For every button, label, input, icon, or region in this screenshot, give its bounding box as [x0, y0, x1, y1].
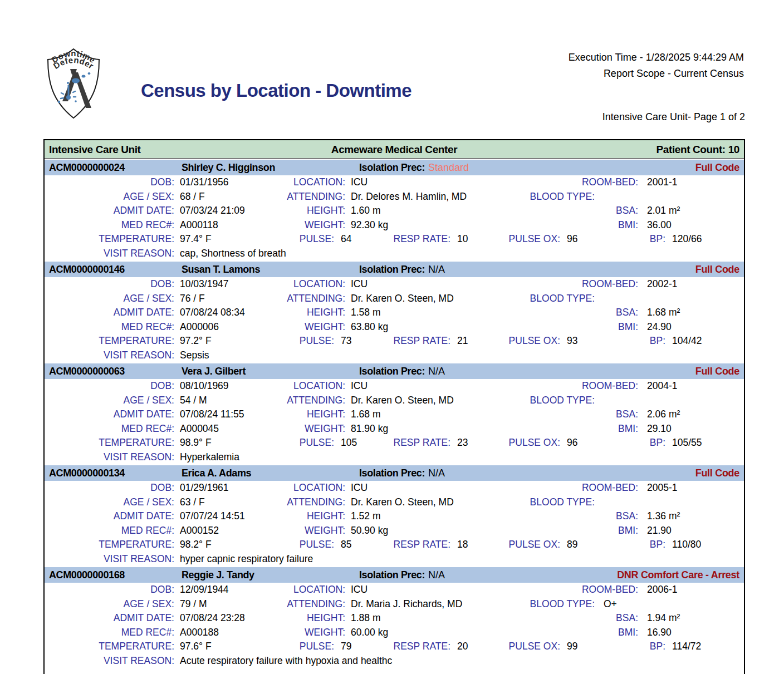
bp-label: BP: [590, 436, 665, 450]
location-value: ICU [351, 481, 367, 495]
blood-type-label: BLOOD TYPE: [483, 393, 595, 408]
age-sex-label: AGE / SEX: [45, 597, 174, 612]
pulse-value: 85 [341, 538, 351, 552]
detail-row: DOB:10/03/1947 LOCATION:ICU ROOM-BED:200… [45, 277, 744, 292]
patient-header-row: ACM0000000134 Erica A. Adams Isolation P… [45, 464, 744, 481]
pulse-label: PULSE: [245, 639, 334, 654]
resp-rate-value: 18 [457, 538, 468, 552]
isolation-value: N/A [428, 569, 445, 580]
detail-row: ADMIT DATE:07/08/24 11:55 HEIGHT:1.68 m … [45, 407, 744, 422]
attending-value: Dr. Delores M. Hamlin, MD [351, 190, 467, 204]
attending-value: Dr. Maria J. Richards, MD [351, 597, 462, 612]
pulse-ox-value: 89 [567, 538, 577, 552]
code-status: Full Code [695, 160, 739, 176]
visit-reason-label: VISIT REASON: [45, 247, 174, 261]
temperature-value: 98.2° F [180, 538, 212, 552]
isolation-label: Isolation Prec: [359, 468, 425, 479]
isolation-value: N/A [428, 366, 445, 377]
bmi-value: 21.90 [647, 524, 672, 538]
pulse-value: 64 [341, 232, 351, 247]
attending-value: Dr. Karen O. Steen, MD [351, 393, 454, 408]
detail-row: AGE / SEX:79 / M ATTENDING:Dr. Maria J. … [45, 597, 744, 612]
visit-reason-label: VISIT REASON: [45, 450, 174, 465]
weight-label: WEIGHT: [212, 422, 345, 436]
bp-value: 110/80 [672, 538, 701, 552]
room-bed-value: 2002-1 [647, 277, 678, 292]
med-rec-label: MED REC#: [45, 626, 174, 640]
detail-row: AGE / SEX:54 / M ATTENDING:Dr. Karen O. … [45, 393, 744, 408]
temperature-label: TEMPERATURE: [45, 334, 174, 348]
isolation-label: Isolation Prec: [359, 366, 425, 377]
bsa-label: BSA: [483, 306, 638, 320]
height-value: 1.68 m [351, 407, 381, 422]
height-value: 1.88 m [351, 611, 381, 626]
visit-reason-label: VISIT REASON: [45, 348, 174, 363]
bmi-label: BMI: [483, 422, 638, 436]
bsa-label: BSA: [483, 509, 638, 524]
med-rec-label: MED REC#: [45, 422, 174, 436]
detail-row: ADMIT DATE:07/07/24 14:51 HEIGHT:1.52 m … [45, 509, 744, 524]
patient-name: Erica A. Adams [182, 465, 251, 481]
detail-row: DOB:08/10/1969 LOCATION:ICU ROOM-BED:200… [45, 379, 744, 393]
age-sex-value: 76 / F [180, 292, 205, 306]
weight-value: 81.90 kg [351, 422, 388, 436]
weight-label: WEIGHT: [212, 320, 345, 334]
room-bed-value: 2006-1 [647, 583, 678, 597]
weight-label: WEIGHT: [212, 218, 345, 233]
pulse-ox-label: PULSE OX: [473, 538, 560, 552]
visit-reason-value: hyper capnic respiratory failure [180, 552, 313, 567]
report-page: Downtime Defender Censu [0, 0, 784, 674]
blood-type-label: BLOOD TYPE: [483, 597, 595, 612]
location-label: LOCATION: [212, 583, 345, 597]
patient-header-row: ACM0000000146 Susan T. Lamons Isolation … [45, 260, 744, 277]
attending-label: ATTENDING: [212, 597, 345, 612]
patient-name: Shirley C. Higginson [182, 160, 275, 176]
patient-count: Patient Count: 10 [656, 140, 739, 159]
patient-id: ACM0000000063 [49, 363, 125, 380]
temperature-label: TEMPERATURE: [45, 639, 174, 654]
visit-reason-label: VISIT REASON: [45, 654, 174, 668]
pulse-label: PULSE: [245, 436, 334, 450]
isolation-label: Isolation Prec: [359, 162, 425, 173]
pulse-ox-value: 99 [567, 639, 577, 654]
bsa-value: 1.68 m² [647, 306, 680, 320]
temperature-label: TEMPERATURE: [45, 232, 174, 247]
height-label: HEIGHT: [212, 204, 345, 218]
age-sex-label: AGE / SEX: [45, 190, 174, 204]
bsa-value: 1.94 m² [647, 611, 680, 626]
admit-date-label: ADMIT DATE: [45, 204, 174, 218]
bp-label: BP: [590, 232, 665, 247]
height-value: 1.58 m [351, 306, 381, 320]
height-label: HEIGHT: [212, 509, 345, 524]
visit-reason-row: VISIT REASON:hyper capnic respiratory fa… [45, 552, 744, 567]
attending-value: Dr. Karen O. Steen, MD [351, 292, 454, 306]
age-sex-label: AGE / SEX: [45, 292, 174, 306]
detail-row: DOB:01/31/1956 LOCATION:ICU ROOM-BED:200… [45, 175, 744, 190]
visit-reason-row: VISIT REASON:Sepsis [45, 348, 744, 363]
bmi-label: BMI: [483, 218, 638, 233]
code-status: DNR Comfort Care - Arrest [617, 567, 739, 583]
isolation-precaution: Isolation Prec:N/A [359, 567, 445, 583]
bsa-value: 2.01 m² [647, 204, 680, 218]
attending-value: Dr. Karen O. Steen, MD [351, 495, 454, 510]
room-bed-label: ROOM-BED: [483, 481, 638, 495]
pulse-value: 73 [341, 334, 351, 348]
bsa-value: 2.06 m² [647, 407, 680, 422]
bsa-label: BSA: [483, 407, 638, 422]
detail-row: AGE / SEX:76 / F ATTENDING:Dr. Karen O. … [45, 292, 744, 306]
height-value: 1.60 m [351, 204, 381, 218]
age-sex-label: AGE / SEX: [45, 393, 174, 408]
bp-label: BP: [590, 639, 665, 654]
visit-reason-value: Acute respiratory failure with hypoxia a… [180, 654, 392, 668]
detail-row: MED REC#:A000118 WEIGHT:92.30 kg BMI:36.… [45, 218, 744, 233]
blood-type-label: BLOOD TYPE: [483, 292, 595, 306]
patient-id: ACM0000000168 [49, 567, 125, 583]
pulse-label: PULSE: [245, 538, 334, 552]
bmi-label: BMI: [483, 320, 638, 334]
resp-rate-label: RESP RATE: [356, 334, 450, 348]
bmi-label: BMI: [483, 524, 638, 538]
patient-record: ACM0000000024 Shirley C. Higginson Isola… [45, 159, 744, 260]
detail-row: ADMIT DATE:07/08/24 08:34 HEIGHT:1.58 m … [45, 306, 744, 320]
detail-row: ADMIT DATE:07/08/24 23:28 HEIGHT:1.88 m … [45, 611, 744, 626]
visit-reason-label: VISIT REASON: [45, 552, 174, 567]
